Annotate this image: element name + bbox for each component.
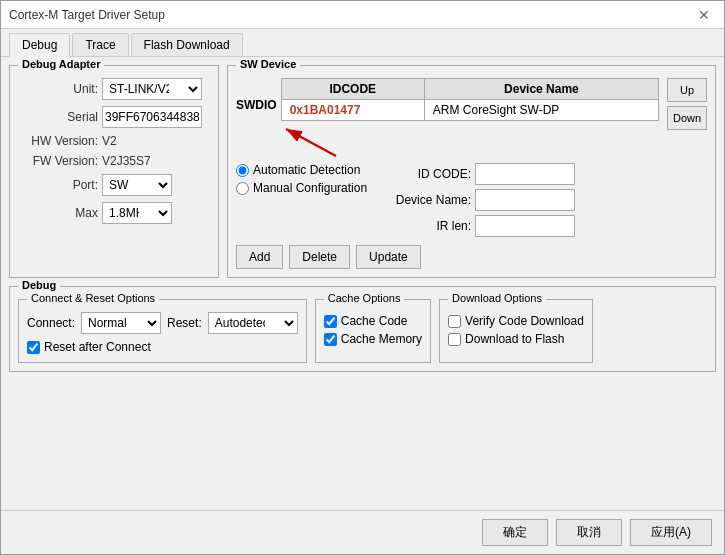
- unit-select[interactable]: ST-LINK/V2: [102, 78, 202, 100]
- main-content: Debug Adapter Unit: ST-LINK/V2 Serial HW…: [1, 57, 724, 510]
- unit-label: Unit:: [18, 82, 98, 96]
- config-buttons: Add Delete Update: [236, 245, 659, 269]
- verify-code-checkbox[interactable]: [448, 315, 461, 328]
- title-bar: Cortex-M Target Driver Setup ✕: [1, 1, 724, 29]
- apply-button[interactable]: 应用(A): [630, 519, 712, 546]
- arrow-svg: [256, 121, 376, 161]
- window-title: Cortex-M Target Driver Setup: [9, 8, 165, 22]
- connect-label: Connect:: [27, 316, 75, 330]
- ok-button[interactable]: 确定: [482, 519, 548, 546]
- download-flash-checkbox[interactable]: [448, 333, 461, 346]
- move-down-button[interactable]: Down: [667, 106, 707, 130]
- verify-code-label[interactable]: Verify Code Download: [448, 314, 584, 328]
- serial-label: Serial: [18, 110, 98, 124]
- auto-detect-radio-label[interactable]: Automatic Detection: [236, 163, 367, 177]
- radio-config-area: Automatic Detection Manual Configuration: [236, 163, 659, 237]
- delete-button[interactable]: Delete: [289, 245, 350, 269]
- ir-len-input[interactable]: [475, 215, 575, 237]
- connect-row: Connect: Normal Reset: Autodetect: [27, 312, 298, 334]
- sw-device-title: SW Device: [236, 58, 300, 70]
- tab-trace[interactable]: Trace: [72, 33, 128, 56]
- tab-debug[interactable]: Debug: [9, 33, 70, 57]
- tab-flash-download[interactable]: Flash Download: [131, 33, 243, 56]
- cache-code-text: Cache Code: [341, 314, 408, 328]
- hw-version-value: V2: [102, 134, 117, 148]
- reset-after-connect-label[interactable]: Reset after Connect: [27, 340, 298, 354]
- download-options-title: Download Options: [448, 292, 546, 304]
- close-button[interactable]: ✕: [692, 5, 716, 25]
- swdio-area: SWDIO IDCODE Device Name: [236, 78, 659, 121]
- bottom-inner: Connect & Reset Options Connect: Normal …: [18, 295, 707, 363]
- cache-memory-checkbox[interactable]: [324, 333, 337, 346]
- verify-code-text: Verify Code Download: [465, 314, 584, 328]
- connect-reset-inner: Connect: Normal Reset: Autodetect Reset: [27, 308, 298, 354]
- id-code-input[interactable]: [475, 163, 575, 185]
- fw-version-row: FW Version: V2J35S7: [18, 154, 210, 168]
- add-button[interactable]: Add: [236, 245, 283, 269]
- cache-memory-text: Cache Memory: [341, 332, 422, 346]
- fw-version-value: V2J35S7: [102, 154, 151, 168]
- cache-code-label[interactable]: Cache Code: [324, 314, 422, 328]
- download-options-box: Download Options Verify Code Download Do…: [439, 299, 593, 363]
- sw-device-inner: SWDIO IDCODE Device Name: [236, 78, 707, 269]
- id-fields: ID CODE: Device Name: IR len:: [391, 163, 575, 237]
- debug-bottom-title: Debug: [18, 279, 60, 291]
- auto-detect-label: Automatic Detection: [253, 163, 360, 177]
- id-code-field-row: ID CODE:: [391, 163, 575, 185]
- arrow-area: [236, 121, 659, 161]
- max-select[interactable]: 1.8MHz: [102, 202, 172, 224]
- debug-adapter-title: Debug Adapter: [18, 58, 104, 70]
- cache-memory-label[interactable]: Cache Memory: [324, 332, 422, 346]
- download-flash-text: Download to Flash: [465, 332, 564, 346]
- sw-device-content: SWDIO IDCODE Device Name: [236, 78, 707, 269]
- sw-device-group: SW Device SWDIO IDCODE: [227, 65, 716, 278]
- download-inner: Verify Code Download Download to Flash: [448, 308, 584, 346]
- top-section: Debug Adapter Unit: ST-LINK/V2 Serial HW…: [9, 65, 716, 278]
- cache-options-box: Cache Options Cache Code Cache Memory: [315, 299, 431, 363]
- auto-detect-radio[interactable]: [236, 164, 249, 177]
- manual-config-radio[interactable]: [236, 182, 249, 195]
- hw-version-label: HW Version:: [18, 134, 98, 148]
- device-name-cell: ARM CoreSight SW-DP: [424, 100, 658, 121]
- reset-after-connect-checkbox[interactable]: [27, 341, 40, 354]
- id-code-label: ID CODE:: [391, 167, 471, 181]
- cancel-button[interactable]: 取消: [556, 519, 622, 546]
- sw-table-area: SWDIO IDCODE Device Name: [236, 78, 659, 269]
- serial-row: Serial: [18, 106, 210, 128]
- device-name-id-label: Device Name:: [391, 193, 471, 207]
- ir-len-label: IR len:: [391, 219, 471, 233]
- sw-table: IDCODE Device Name 0x1BA01477 ARM CoreSi…: [281, 78, 659, 121]
- unit-row: Unit: ST-LINK/V2: [18, 78, 210, 100]
- reset-label: Reset:: [167, 316, 202, 330]
- max-row: Max 1.8MHz: [18, 202, 210, 224]
- manual-config-radio-label[interactable]: Manual Configuration: [236, 181, 367, 195]
- connect-select[interactable]: Normal: [81, 312, 161, 334]
- cache-inner: Cache Code Cache Memory: [324, 308, 422, 346]
- move-up-button[interactable]: Up: [667, 78, 707, 102]
- download-flash-label[interactable]: Download to Flash: [448, 332, 584, 346]
- debug-bottom-group: Debug Connect & Reset Options Connect: N…: [9, 286, 716, 372]
- debug-adapter-group: Debug Adapter Unit: ST-LINK/V2 Serial HW…: [9, 65, 219, 278]
- cache-options-title: Cache Options: [324, 292, 405, 304]
- table-row[interactable]: 0x1BA01477 ARM CoreSight SW-DP: [281, 100, 658, 121]
- manual-config-label: Manual Configuration: [253, 181, 367, 195]
- col-idcode: IDCODE: [281, 79, 424, 100]
- port-select[interactable]: SW: [102, 174, 172, 196]
- connect-reset-box: Connect & Reset Options Connect: Normal …: [18, 299, 307, 363]
- device-name-input[interactable]: [475, 189, 575, 211]
- device-name-field-row: Device Name:: [391, 189, 575, 211]
- move-buttons: Up Down: [667, 78, 707, 269]
- connect-reset-title: Connect & Reset Options: [27, 292, 159, 304]
- reset-select[interactable]: Autodetect: [208, 312, 298, 334]
- reset-after-connect-text: Reset after Connect: [44, 340, 151, 354]
- svg-line-1: [286, 129, 336, 156]
- radio-buttons: Automatic Detection Manual Configuration: [236, 163, 367, 195]
- cache-code-checkbox[interactable]: [324, 315, 337, 328]
- serial-input[interactable]: [102, 106, 202, 128]
- port-row: Port: SW: [18, 174, 210, 196]
- max-label: Max: [18, 206, 98, 220]
- hw-version-row: HW Version: V2: [18, 134, 210, 148]
- update-button[interactable]: Update: [356, 245, 421, 269]
- swdio-label: SWDIO: [236, 98, 277, 112]
- main-window: Cortex-M Target Driver Setup ✕ Debug Tra…: [0, 0, 725, 555]
